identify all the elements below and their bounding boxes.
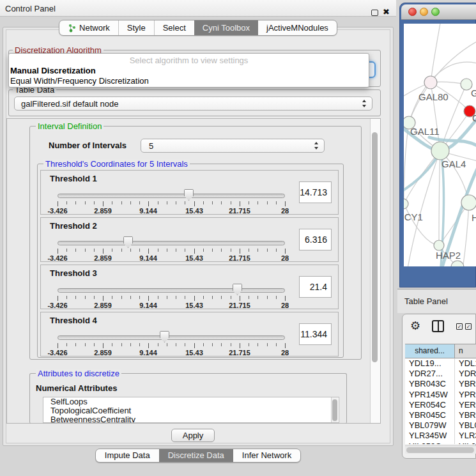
threshold-3-value-field[interactable]: 21.4 <box>299 276 332 298</box>
tab-label: Network <box>79 20 110 35</box>
tick-label: -3.426 <box>38 207 77 215</box>
tab-impute-data[interactable]: Impute Data <box>96 449 159 462</box>
threshold-2-slider-track[interactable] <box>58 241 285 245</box>
control-panel-title: Control Panel <box>5 4 56 13</box>
close-icon[interactable]: ✖ <box>383 7 390 17</box>
network-node[interactable] <box>424 76 437 89</box>
table-row[interactable]: YER054CYER0 <box>405 400 476 410</box>
apply-button[interactable]: Apply <box>171 429 215 442</box>
threshold-3-label: Threshold 3 <box>50 268 97 278</box>
table-row[interactable]: YBR043CYBR0 <box>405 379 476 389</box>
table-header-row: shared... n <box>405 344 476 358</box>
node-label: GCY1 <box>404 211 423 222</box>
split-columns-icon[interactable] <box>432 320 444 332</box>
tick-label: 28 <box>266 302 304 309</box>
dropdown-option-equal-width[interactable]: Equal Width/Frequency Discretization <box>10 76 149 86</box>
tick-label: 2.859 <box>84 302 122 309</box>
network-node[interactable] <box>461 195 476 210</box>
network-window-titlebar[interactable] <box>401 4 476 20</box>
node-label: HAP2 <box>436 250 461 261</box>
tick-label: -3.426 <box>38 254 77 262</box>
network-node[interactable] <box>451 261 464 266</box>
table-row[interactable]: YIL052CYIL0 <box>405 441 476 445</box>
attributes-scrollbar-thumb[interactable] <box>332 399 337 421</box>
table-row[interactable]: YDL19...YDL1 <box>405 358 476 369</box>
zoom-traffic-light-icon[interactable] <box>431 8 440 16</box>
table-hscrollbar-thumb[interactable] <box>406 447 474 453</box>
control-panel-titlebar: Control Panel ✖ <box>0 0 396 17</box>
table-hscrollbar-track[interactable] <box>405 445 476 454</box>
gear-icon[interactable]: ⚙ <box>410 320 420 332</box>
slider-major-ticks <box>58 343 286 348</box>
bottom-tabbar: Impute Data Discretize Data Infer Networ… <box>0 449 396 463</box>
threshold-1-panel: Threshold 1 -3.426 2.859 9.144 15.43 21.… <box>40 170 339 215</box>
table-data-combobox[interactable]: galFiltered.sif default node <box>14 96 372 111</box>
threshold-1-slider-thumb[interactable] <box>184 189 194 201</box>
tick-label: 15.43 <box>175 254 213 262</box>
table-row[interactable]: YBL079WYBL0 <box>405 420 476 431</box>
list-item[interactable]: BetweennessCentrality <box>43 415 339 423</box>
tab-discretize-data[interactable]: Discretize Data <box>159 449 233 462</box>
network-canvas[interactable]: GAL80 GA C GAL11 GAL4 GCY1 H HAP2 <box>404 24 476 266</box>
node-label: GAL11 <box>410 126 440 137</box>
network-icon <box>68 24 76 33</box>
table-row[interactable]: YDR27...YDR2 <box>405 369 476 379</box>
algorithm-dropdown-popup: Select algorithm to view settings Manual… <box>8 53 369 88</box>
threshold-1-label: Threshold 1 <box>50 174 97 183</box>
minimize-traffic-light-icon[interactable] <box>420 8 428 16</box>
float-window-icon[interactable] <box>371 10 378 16</box>
table-row[interactable]: YLR345WYLR3 <box>405 431 476 441</box>
threshold-4-slider-track[interactable] <box>58 335 285 340</box>
slider-major-ticks <box>58 201 286 206</box>
checkbox-checked-icon[interactable] <box>456 323 463 330</box>
node-label: H <box>472 212 476 223</box>
network-node[interactable] <box>404 199 408 209</box>
tick-label: 28 <box>266 207 304 215</box>
tick-label: 2.859 <box>84 254 122 262</box>
threshold-1-slider-track[interactable] <box>58 194 285 198</box>
numerical-attributes-label: Numerical Attributes <box>36 383 117 393</box>
list-item[interactable]: SelfLoops <box>43 397 339 406</box>
threshold-2-value-field[interactable]: 6.316 <box>299 229 332 250</box>
threshold-3-slider-track[interactable] <box>58 288 285 293</box>
tab-network[interactable]: Network <box>59 20 118 35</box>
threshold-4-value-field[interactable]: 11.344 <box>299 323 332 345</box>
table-row[interactable]: YPR145WYPR1 <box>405 390 476 400</box>
network-graph: GAL80 GA C GAL11 GAL4 GCY1 H HAP2 <box>404 24 476 266</box>
threshold-2-slider-thumb[interactable] <box>123 236 133 248</box>
node-label: C <box>472 112 476 123</box>
threshold-4-slider-thumb[interactable] <box>160 331 169 342</box>
scrollpane-scrollbar-thumb[interactable] <box>372 132 378 362</box>
tick-label: 21.715 <box>220 207 259 215</box>
threshold-2-panel: Threshold 2 -3.426 2.859 9.144 15.43 21.… <box>40 217 339 262</box>
dropdown-option-manual[interactable]: Manual Discretization <box>10 66 96 75</box>
tick-label: 15.43 <box>175 349 213 357</box>
column-header-name[interactable]: n <box>455 344 476 358</box>
table-rows[interactable]: YDL19...YDL1 YDR27...YDR2 YBR043CYBR0 YP… <box>405 358 476 444</box>
number-of-intervals-label: Number of Intervals <box>49 141 127 150</box>
tab-select[interactable]: Select <box>154 20 194 35</box>
tab-style[interactable]: Style <box>118 20 154 35</box>
checkbox-checked-icon[interactable] <box>465 323 472 330</box>
network-node[interactable] <box>431 142 449 160</box>
threshold-3-slider-thumb[interactable] <box>233 284 242 295</box>
tab-cyni-toolbox[interactable]: Cyni Toolbox <box>194 20 258 35</box>
tab-infer-network[interactable]: Infer Network <box>233 449 300 462</box>
tab-jactivemnodules[interactable]: jActiveMNodules <box>258 20 337 35</box>
close-traffic-light-icon[interactable] <box>408 8 417 16</box>
tick-label: 2.859 <box>84 349 122 357</box>
threshold-1-value-field[interactable]: 14.713 <box>299 181 332 203</box>
tick-label: 15.43 <box>175 207 213 215</box>
numerical-attributes-list[interactable]: SelfLoops TopologicalCoefficient Between… <box>43 397 339 423</box>
tick-label: 9.144 <box>129 349 167 357</box>
number-of-intervals-combobox[interactable]: 5 <box>141 139 325 153</box>
tick-label: -3.426 <box>38 302 77 309</box>
tick-label: 28 <box>266 254 304 262</box>
list-item[interactable]: TopologicalCoefficient <box>43 406 339 415</box>
dropdown-hint-option[interactable]: Select algorithm to view settings <box>9 56 369 65</box>
network-node[interactable] <box>434 240 444 250</box>
table-row[interactable]: YBR045CYBR0 <box>405 410 476 420</box>
tick-label: 21.715 <box>220 349 259 357</box>
number-of-intervals-value: 5 <box>149 141 153 151</box>
column-header-shared-name[interactable]: shared... <box>405 344 455 358</box>
